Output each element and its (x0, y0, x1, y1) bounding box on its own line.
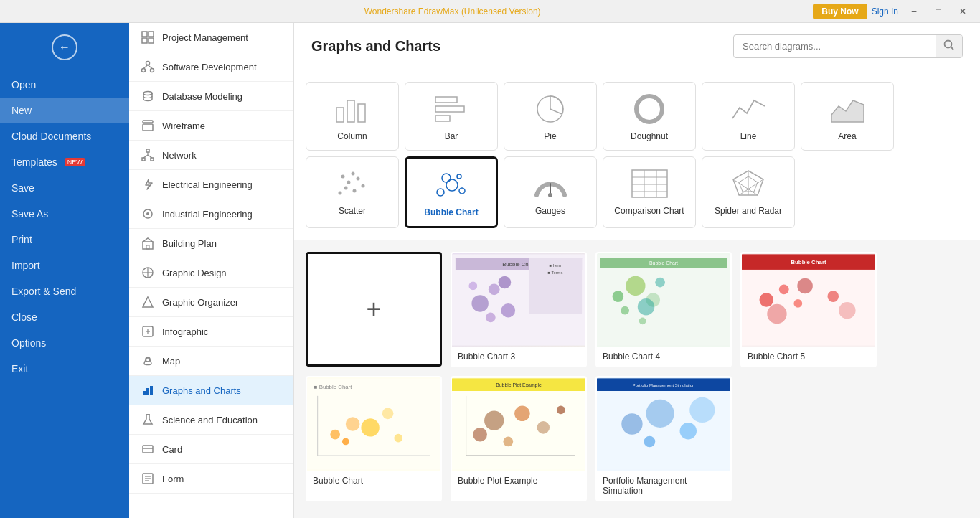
svg-rect-14 (151, 158, 154, 161)
svg-rect-43 (347, 100, 354, 122)
search-button[interactable] (936, 35, 962, 57)
cat-graphic-organizer[interactable]: Graphic Organizer (129, 288, 293, 317)
cat-electrical-label: Electrical Engineering (162, 179, 253, 190)
svg-point-96 (626, 276, 645, 296)
search-input[interactable] (734, 37, 936, 56)
sidebar-item-close[interactable]: Close (0, 304, 129, 330)
cat-building[interactable]: Building Plan (129, 229, 293, 258)
cat-graphs[interactable]: Graphs and Charts (129, 376, 293, 405)
cat-database-modeling[interactable]: Database Modeling (129, 82, 293, 111)
chart-type-doughnut[interactable]: Doughnut (603, 82, 696, 151)
cat-form[interactable]: Form (129, 464, 293, 494)
chart-type-bar[interactable]: Bar (405, 82, 498, 151)
cat-industrial[interactable]: Industrial Engineering (129, 199, 293, 229)
svg-point-132 (557, 406, 565, 415)
sidebar: ← Open New Cloud Documents Templates NEW… (0, 23, 129, 518)
svg-point-109 (797, 278, 813, 294)
sidebar-item-exit[interactable]: Exit (0, 356, 129, 382)
sidebar-item-save[interactable]: Save (0, 175, 129, 201)
svg-marker-53 (831, 100, 864, 122)
restore-button[interactable]: □ (927, 3, 950, 20)
project-management-icon (141, 30, 155, 44)
titlebar-right: Buy Now Sign In – □ ✕ (813, 3, 974, 20)
cat-map[interactable]: Map (129, 347, 293, 376)
sign-in-link[interactable]: Sign In (872, 6, 898, 17)
chart-type-spider[interactable]: Spider and Radar (702, 156, 795, 228)
area-icon (826, 91, 869, 127)
chart-type-pie[interactable]: Pie (504, 82, 597, 151)
cat-graphic-design[interactable]: Graphic Design (129, 258, 293, 288)
chart-type-gauges[interactable]: Gauges (504, 156, 597, 228)
template-bubble7-label: Bubble Plot Example (452, 471, 585, 490)
svg-point-63 (446, 179, 458, 191)
sidebar-item-cloud[interactable]: Cloud Documents (0, 123, 129, 149)
sidebar-item-save-as[interactable]: Save As (0, 201, 129, 227)
svg-text:Bubble Chart: Bubble Chart (791, 259, 826, 265)
template-bubble6[interactable]: ■ Bubble Chart Bubble Ch (306, 376, 442, 501)
gauges-label: Gauges (535, 206, 565, 216)
bar-label: Bar (445, 131, 458, 141)
template-bubble8-label: Portfolio Management Simulation (597, 471, 730, 500)
spider-label: Spider and Radar (715, 206, 782, 216)
export-label: Export & Send (11, 286, 76, 297)
chart-type-scatter[interactable]: Scatter (306, 156, 399, 228)
cat-science[interactable]: Science and Education (129, 405, 293, 435)
cat-software-development[interactable]: Software Development (129, 52, 293, 82)
template-bubble8[interactable]: Portfolio Management Simulation Portfoli… (595, 376, 732, 501)
template-new-blank[interactable]: + (306, 252, 442, 367)
sidebar-item-export[interactable]: Export & Send (0, 278, 129, 304)
svg-point-9 (143, 92, 152, 95)
sidebar-item-import[interactable]: Import (0, 253, 129, 278)
cat-graphic-design-label: Graphic Design (162, 268, 227, 278)
sidebar-item-templates[interactable]: Templates NEW (0, 149, 129, 175)
buy-now-button[interactable]: Buy Now (813, 4, 867, 19)
svg-rect-0 (142, 32, 147, 37)
cat-industrial-label: Industrial Engineering (162, 209, 253, 220)
back-button[interactable]: ← (52, 34, 77, 60)
template-bubble7[interactable]: Bubble Plot Example Bubb (451, 376, 587, 501)
software-dev-icon (141, 60, 155, 74)
svg-marker-25 (143, 297, 153, 307)
chart-type-area[interactable]: Area (801, 82, 894, 151)
svg-line-7 (143, 65, 148, 69)
close-button[interactable]: ✕ (951, 3, 974, 20)
cat-electrical[interactable]: Electrical Engineering (129, 170, 293, 199)
chart-type-line[interactable]: Line (702, 82, 795, 151)
cat-card[interactable]: Card (129, 435, 293, 464)
sidebar-item-print[interactable]: Print (0, 227, 129, 253)
chart-type-bubble[interactable]: Bubble Chart (405, 156, 498, 228)
cat-wireframe-label: Wireframe (162, 121, 205, 131)
template-bubble3[interactable]: Bubble Chart ■ Item ■ Terms (451, 252, 587, 367)
svg-point-139 (644, 436, 656, 448)
svg-point-110 (827, 291, 839, 302)
template-bubble5-preview: Bubble Chart (742, 253, 875, 347)
cat-map-label: Map (162, 356, 180, 367)
template-bubble3-label: Bubble Chart 3 (452, 347, 585, 366)
minimize-button[interactable]: – (903, 3, 925, 20)
svg-point-108 (793, 299, 802, 308)
chart-type-comparison[interactable]: Comparison Chart (603, 156, 696, 228)
titlebar: Wondershare EdrawMax (Unlicensed Version… (0, 0, 980, 23)
cat-network[interactable]: Network (129, 141, 293, 170)
svg-point-119 (361, 418, 379, 436)
template-bubble4[interactable]: Bubble Chart Bubble Chart 4 (595, 252, 732, 367)
cat-wireframe[interactable]: Wireframe (129, 111, 293, 141)
template-bubble5[interactable]: Bubble Chart Bubble Chart 5 (740, 252, 877, 367)
window-controls: – □ ✕ (903, 3, 974, 20)
svg-point-118 (342, 438, 349, 446)
svg-text:■ Item: ■ Item (550, 263, 562, 268)
pie-label: Pie (544, 131, 556, 141)
sidebar-item-new[interactable]: New (0, 98, 129, 123)
sidebar-item-open[interactable]: Open (0, 72, 129, 98)
cat-form-label: Form (162, 474, 184, 484)
chart-type-column[interactable]: Column (306, 82, 399, 151)
sidebar-item-options[interactable]: Options (0, 330, 129, 356)
sidebar-menu: Open New Cloud Documents Templates NEW S… (0, 72, 129, 382)
svg-point-117 (346, 417, 360, 431)
svg-point-58 (356, 177, 359, 181)
cat-infographic[interactable]: Infographic (129, 317, 293, 347)
svg-rect-1 (149, 32, 154, 37)
column-icon (331, 91, 374, 127)
svg-point-130 (514, 406, 530, 422)
cat-project-management[interactable]: Project Management (129, 23, 293, 52)
